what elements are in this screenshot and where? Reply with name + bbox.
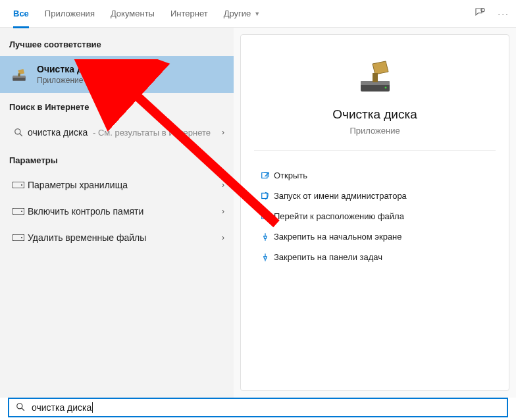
param-label: Включить контроль памяти: [28, 206, 143, 217]
chevron-right-icon: ›: [222, 128, 224, 137]
svg-point-7: [21, 184, 22, 186]
result-subtitle: Приложение: [37, 76, 224, 85]
svg-rect-3: [18, 73, 20, 76]
search-icon: [9, 128, 28, 137]
pin-icon: [257, 253, 274, 262]
result-title: Очистка диска: [37, 64, 224, 74]
tab-docs[interactable]: Документы: [103, 0, 163, 28]
preview-title: Очистка диска: [254, 107, 496, 122]
tabs-right-actions: ···: [474, 7, 509, 20]
web-search-item[interactable]: очистка диска - См. результаты в Интерне…: [0, 118, 234, 146]
svg-rect-8: [13, 208, 24, 215]
action-open[interactable]: Открыть: [254, 165, 496, 186]
chevron-right-icon: ›: [222, 180, 224, 190]
svg-line-5: [20, 134, 22, 136]
folder-icon: [257, 212, 274, 221]
action-open-location[interactable]: Перейти к расположению файла: [254, 206, 496, 226]
svg-point-9: [21, 211, 22, 212]
svg-point-11: [21, 237, 22, 238]
tab-more[interactable]: Другие▼: [216, 0, 269, 28]
param-storage[interactable]: Параметры хранилища ›: [0, 172, 234, 198]
action-pin-taskbar[interactable]: Закрепить на панели задач: [254, 247, 496, 267]
svg-rect-10: [13, 234, 24, 241]
best-match-header: Лучшее соответствие: [0, 30, 234, 56]
preview-card: Очистка диска Приложение Открыть Запуск …: [240, 34, 509, 391]
search-tabs: Все Приложения Документы Интернет Другие…: [0, 0, 516, 28]
svg-rect-6: [13, 182, 24, 188]
tab-label: Документы: [111, 9, 155, 18]
chevron-down-icon: ▼: [254, 11, 260, 17]
action-label: Закрепить на панели задач: [274, 252, 382, 262]
action-label: Закрепить на начальном экране: [274, 232, 402, 242]
param-label: Удалить временные файлы: [28, 232, 146, 243]
web-search-header: Поиск в Интернете: [0, 93, 234, 118]
disk-cleanup-icon: [9, 65, 29, 84]
svg-point-20: [17, 403, 22, 408]
pin-icon: [257, 232, 274, 242]
storage-icon: [9, 182, 28, 188]
tab-label: Другие: [224, 9, 251, 18]
tab-label: Интернет: [170, 9, 208, 18]
preview-subtitle: Приложение: [254, 126, 496, 136]
action-label: Перейти к расположению файла: [274, 211, 404, 221]
svg-point-14: [384, 87, 386, 89]
search-icon: [16, 402, 25, 413]
svg-rect-15: [373, 73, 378, 82]
param-memory-control[interactable]: Включить контроль памяти ›: [0, 198, 234, 224]
svg-line-21: [22, 407, 24, 410]
open-icon: [257, 171, 274, 180]
params-header: Параметры: [0, 146, 234, 172]
storage-icon: [9, 234, 28, 241]
tab-apps[interactable]: Приложения: [37, 0, 103, 28]
more-icon[interactable]: ···: [498, 9, 509, 19]
search-query-text: очистка диска: [32, 402, 93, 413]
results-pane: Лучшее соответствие Очистка диска Прилож…: [0, 28, 234, 398]
best-match-result[interactable]: Очистка диска Приложение: [0, 56, 234, 93]
feedback-icon[interactable]: [474, 7, 486, 20]
result-text: Очистка диска Приложение: [37, 64, 224, 85]
action-label: Запуск от имени администратора: [274, 191, 407, 201]
search-input-bar[interactable]: очистка диска: [8, 398, 508, 417]
svg-rect-17: [262, 193, 267, 198]
storage-icon: [9, 208, 28, 215]
tab-label: Все: [13, 9, 29, 18]
preview-pane-container: Очистка диска Приложение Открыть Запуск …: [234, 28, 516, 398]
action-label: Открыть: [274, 171, 307, 180]
tab-all[interactable]: Все: [5, 0, 37, 28]
chevron-right-icon: ›: [222, 207, 224, 216]
tab-web[interactable]: Интернет: [163, 0, 216, 28]
divider: [254, 150, 496, 151]
chevron-right-icon: ›: [222, 233, 224, 242]
preview-app-icon: [254, 55, 496, 97]
tab-label: Приложения: [45, 9, 95, 18]
action-pin-start[interactable]: Закрепить на начальном экране: [254, 226, 496, 247]
web-search-suffix: - См. результаты в Интернете: [90, 128, 211, 138]
content-area: Лучшее соответствие Очистка диска Прилож…: [0, 28, 516, 398]
shield-icon: [257, 192, 274, 201]
param-label: Параметры хранилища: [28, 180, 128, 190]
svg-point-4: [15, 129, 20, 134]
web-search-label: очистка диска: [28, 127, 88, 138]
action-run-admin[interactable]: Запуск от имени администратора: [254, 186, 496, 206]
param-delete-temp[interactable]: Удалить временные файлы ›: [0, 224, 234, 251]
